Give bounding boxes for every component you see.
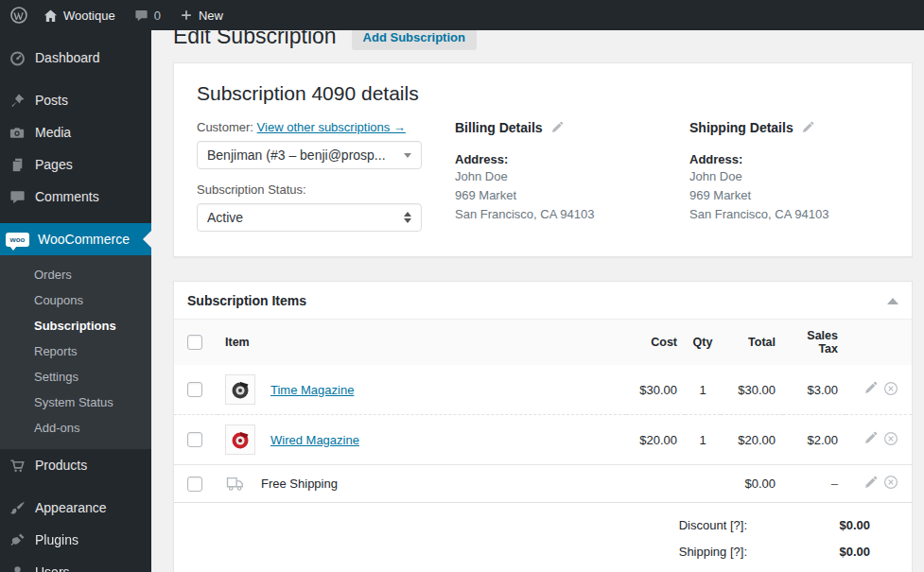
item-qty: 1: [685, 415, 721, 465]
sidebar-item-posts[interactable]: Posts: [0, 84, 151, 116]
sidebar-subitem-orders[interactable]: Orders: [0, 262, 151, 287]
sidebar-item-label: Dashboard: [35, 50, 100, 65]
sidebar-item-pages[interactable]: Pages: [0, 148, 151, 181]
wordpress-logo-icon[interactable]: [0, 0, 34, 30]
select-stepper-icon: [404, 212, 411, 223]
sidebar-item-products[interactable]: Products: [0, 449, 151, 481]
admin-bar-comments[interactable]: 0: [125, 0, 170, 30]
sidebar-item-woocommerce[interactable]: woo WooCommerce: [0, 223, 151, 255]
table-row: Wired Magazine $20.00 1 $20.00 $2.00: [174, 415, 912, 465]
item-cost: $20.00: [626, 415, 685, 465]
sidebar-item-label: Users: [35, 564, 70, 572]
sidebar-item-comments[interactable]: Comments: [0, 181, 151, 213]
order-totals: Discount [?]: $0.00 Shipping [?]: $0.00: [174, 502, 912, 559]
billing-details-heading: Billing Details: [455, 120, 543, 135]
sidebar-item-media[interactable]: Media: [0, 116, 151, 148]
billing-address-line: John Doe: [455, 167, 689, 185]
sidebar-item-plugins[interactable]: Plugins: [0, 524, 151, 556]
sidebar-item-users[interactable]: Users: [0, 556, 151, 572]
collapse-panel-icon[interactable]: [887, 298, 898, 304]
sidebar-item-label: Comments: [35, 189, 99, 204]
customer-label: Customer:: [197, 120, 253, 134]
edit-pencil-icon[interactable]: [863, 381, 878, 395]
shipping-address-line: 969 Market: [689, 186, 889, 204]
subscription-items-table: Item Cost Qty Total Sales Tax: [174, 320, 912, 502]
edit-pencil-icon[interactable]: [801, 121, 814, 134]
admin-sidebar: Dashboard Posts Media Pages Comments woo…: [0, 30, 151, 572]
comments-icon: [9, 188, 26, 206]
row-checkbox[interactable]: [187, 432, 202, 447]
sidebar-item-label: Posts: [35, 93, 68, 108]
discount-total-row: Discount [?]: $0.00: [174, 518, 870, 532]
delete-item-icon[interactable]: [883, 475, 898, 490]
chevron-down-icon: [404, 153, 411, 158]
edit-pencil-icon[interactable]: [863, 431, 878, 445]
sidebar-subitem-system-status[interactable]: System Status: [0, 390, 151, 415]
shipping-details-heading: Shipping Details: [689, 120, 793, 135]
shipping-address-line: John Doe: [689, 167, 889, 185]
edit-pencil-icon[interactable]: [863, 476, 878, 490]
delete-item-icon[interactable]: [883, 431, 898, 446]
item-sales-tax: $3.00: [783, 365, 846, 415]
column-header-sales-tax: Sales Tax: [783, 320, 846, 365]
sidebar-item-label: Pages: [35, 157, 73, 172]
comments-count: 0: [154, 9, 161, 23]
subscription-status-value: Active: [207, 210, 243, 225]
customer-select-value: Benjiman (#3 – benji@prosp...: [207, 147, 386, 163]
sidebar-item-label: Products: [35, 458, 87, 473]
delete-item-icon[interactable]: [883, 381, 898, 396]
user-icon: [9, 563, 26, 572]
shipping-address-label: Address:: [689, 152, 889, 166]
admin-bar: Wootique 0 New: [0, 0, 924, 30]
shipping-details-column: Shipping Details Address: John Doe 969 M…: [689, 120, 889, 232]
sidebar-subitem-coupons[interactable]: Coupons: [0, 287, 151, 313]
sidebar-item-dashboard[interactable]: Dashboard: [0, 42, 151, 74]
customer-select[interactable]: Benjiman (#3 – benji@prosp...: [197, 141, 422, 169]
site-name-menu[interactable]: Wootique: [34, 0, 125, 30]
column-header-total: Total: [721, 320, 783, 365]
subscription-status-select[interactable]: Active: [197, 203, 422, 232]
new-label: New: [199, 9, 223, 23]
item-link[interactable]: Wired Magazine: [270, 433, 359, 447]
column-header-qty: Qty: [685, 320, 721, 365]
table-header-row: Item Cost Qty Total Sales Tax: [174, 320, 912, 365]
select-all-checkbox[interactable]: [187, 335, 202, 350]
shipping-label: Shipping [?]:: [679, 545, 747, 559]
item-total: $20.00: [721, 415, 783, 465]
sidebar-subitem-add-ons[interactable]: Add-ons: [0, 415, 151, 441]
site-name-label: Wootique: [63, 9, 115, 23]
edit-pencil-icon[interactable]: [550, 121, 564, 134]
discount-label: Discount [?]:: [679, 518, 747, 532]
shipping-sales-tax: –: [783, 465, 846, 502]
sidebar-item-label: WooCommerce: [38, 232, 130, 247]
column-header-item: Item: [218, 320, 626, 365]
shipping-total-row: Shipping [?]: $0.00: [174, 545, 870, 559]
plus-icon: [180, 9, 193, 22]
sidebar-item-appearance[interactable]: Appearance: [0, 492, 151, 524]
pin-icon: [9, 92, 26, 110]
view-other-subscriptions-link[interactable]: View other subscriptions →: [257, 120, 406, 134]
shipping-row: Free Shipping $0.00 –: [174, 465, 912, 502]
row-checkbox[interactable]: [187, 382, 202, 397]
comment-bubble-icon: [134, 9, 148, 23]
cart-icon: [9, 457, 26, 475]
item-link[interactable]: Time Magazine: [270, 383, 354, 397]
sidebar-subitem-subscriptions[interactable]: Subscriptions: [0, 313, 151, 338]
subscription-details-heading: Subscription 4090 details: [197, 82, 889, 105]
sidebar-item-label: Media: [35, 125, 71, 140]
row-checkbox[interactable]: [187, 477, 202, 492]
pages-icon: [9, 156, 26, 174]
time-magazine-thumbnail: [225, 374, 255, 405]
item-sales-tax: $2.00: [783, 415, 846, 465]
subscription-items-panel: Subscription Items Item Cost Qty Total S…: [173, 281, 913, 572]
admin-bar-new-menu[interactable]: New: [170, 0, 233, 30]
table-row: Time Magazine $30.00 1 $30.00 $3.00: [174, 365, 912, 415]
brush-icon: [9, 499, 26, 517]
sidebar-subitem-settings[interactable]: Settings: [0, 364, 151, 390]
sidebar-subitem-reports[interactable]: Reports: [0, 338, 151, 364]
billing-details-column: Billing Details Address: John Doe 969 Ma…: [455, 120, 689, 232]
plug-icon: [9, 531, 26, 549]
subscription-items-heading: Subscription Items: [187, 293, 306, 308]
billing-address-label: Address:: [455, 152, 689, 166]
billing-address-line: 969 Market: [455, 186, 689, 204]
